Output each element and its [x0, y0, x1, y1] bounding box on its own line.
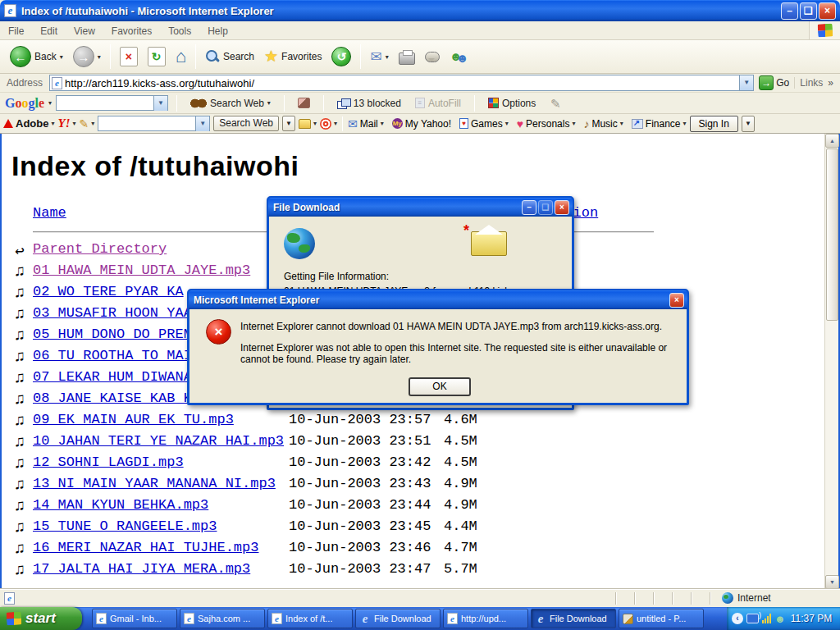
- chevron-down-icon[interactable]: ▾: [91, 120, 94, 127]
- yahoo-search-web-dropdown[interactable]: ▼: [282, 116, 295, 131]
- messenger-tray-icon[interactable]: ☻: [774, 613, 786, 625]
- file-link[interactable]: 06 TU ROOTHA TO MAI: [33, 348, 192, 363]
- scroll-down-button[interactable]: ▼: [825, 575, 839, 589]
- google-logo[interactable]: Google: [5, 96, 44, 111]
- taskbar-task[interactable]: ehttp://upd...: [443, 609, 528, 628]
- menu-item-edit[interactable]: Edit: [32, 25, 66, 37]
- network-icon[interactable]: [746, 614, 759, 623]
- autofill-button[interactable]: ≡ AutoFill: [410, 96, 466, 111]
- scroll-up-button[interactable]: ▲: [825, 134, 839, 148]
- file-link[interactable]: 03 MUSAFIR HOON YAA: [33, 305, 192, 321]
- yahoo-search-web-button[interactable]: Search Web: [213, 116, 279, 131]
- google-search-input[interactable]: [57, 98, 153, 109]
- minimize-button[interactable]: –: [522, 200, 536, 215]
- highlight-button[interactable]: ✐: [545, 94, 565, 112]
- close-button[interactable]: ×: [555, 200, 569, 215]
- adobe-menu[interactable]: Adobe ▾: [3, 117, 54, 130]
- clock[interactable]: 11:37 PM: [791, 613, 832, 624]
- search-button[interactable]: Search: [200, 48, 259, 66]
- minimize-button[interactable]: –: [781, 2, 798, 20]
- forward-button[interactable]: → ▾: [68, 44, 106, 69]
- yahoo-item-finance[interactable]: Finance▾: [632, 118, 687, 130]
- file-link[interactable]: 16 MERI NAZAR HAI TUJHE.mp3: [33, 540, 258, 555]
- file-link[interactable]: 13 NI MAIN YAAR MANANA NI.mp3: [33, 476, 276, 491]
- yahoo-item-personals[interactable]: Personals▾: [517, 117, 576, 130]
- chevron-down-icon[interactable]: ▾: [313, 120, 317, 127]
- yahoo-search-input[interactable]: [98, 118, 195, 130]
- taskbar-task[interactable]: eFile Download: [355, 609, 441, 628]
- address-input[interactable]: [62, 77, 739, 89]
- yahoo-item-music[interactable]: Music▾: [583, 117, 623, 130]
- chevron-down-icon[interactable]: ▾: [620, 120, 623, 127]
- chevron-down-icon[interactable]: ▾: [683, 120, 687, 127]
- taskbar-task[interactable]: eSajha.com ...: [180, 609, 265, 628]
- back-button[interactable]: ← Back ▾: [5, 44, 68, 69]
- vertical-scrollbar[interactable]: ▲ ▼: [824, 134, 838, 589]
- start-button[interactable]: start: [0, 607, 82, 630]
- menu-item-favorites[interactable]: Favorites: [103, 25, 160, 37]
- ok-button[interactable]: OK: [409, 377, 471, 396]
- address-dropdown-button[interactable]: ▼: [739, 75, 753, 90]
- file-link[interactable]: 10 JAHAN TERI YE NAZAR HAI.mp3: [33, 433, 284, 449]
- taskbar-task[interactable]: eFile Download: [531, 609, 616, 628]
- refresh-button[interactable]: ↻: [143, 45, 171, 68]
- history-button[interactable]: ↺: [326, 45, 356, 68]
- stop-button[interactable]: ×: [115, 45, 143, 68]
- sign-in-dropdown[interactable]: ▼: [742, 116, 755, 132]
- yahoo-pencil-menu[interactable]: ✎ ▾: [79, 117, 94, 130]
- chevron-down-icon[interactable]: ▾: [334, 120, 337, 127]
- yahoo-bookmarks-button[interactable]: ▾: [299, 119, 317, 129]
- yahoo-item-mail[interactable]: Mail▾: [348, 117, 384, 130]
- chevron-down-icon[interactable]: ▾: [48, 99, 52, 107]
- restore-button[interactable]: ❑: [800, 2, 817, 20]
- yahoo-item-my-yahoo-[interactable]: My Yahoo!: [392, 118, 451, 130]
- file-link[interactable]: 08 JANE KAISE KAB K: [33, 390, 192, 406]
- sign-in-button[interactable]: Sign In: [690, 116, 738, 132]
- file-link[interactable]: 14 MAN KYUN BEHKA.mp3: [33, 497, 208, 513]
- discuss-button[interactable]: [420, 50, 445, 64]
- chevron-down-icon[interactable]: ▾: [60, 53, 63, 61]
- google-search-web-button[interactable]: Search Web ▾: [185, 96, 276, 111]
- file-link[interactable]: 09 EK MAIN AUR EK TU.mp3: [33, 412, 234, 427]
- links-menu[interactable]: Links: [794, 77, 828, 89]
- file-link[interactable]: Parent Directory: [33, 241, 167, 257]
- links-chevron-icon[interactable]: »: [828, 77, 837, 89]
- file-link[interactable]: 05 HUM DONO DO PREM: [33, 326, 192, 342]
- close-button[interactable]: ×: [819, 2, 836, 20]
- chevron-down-icon[interactable]: ▾: [98, 53, 101, 61]
- chevron-down-icon[interactable]: ▾: [381, 120, 384, 127]
- google-news-button[interactable]: [293, 96, 315, 110]
- messenger-button[interactable]: [445, 48, 471, 66]
- chevron-down-icon[interactable]: ▾: [572, 120, 575, 127]
- popup-blocker-button[interactable]: 13 blocked: [332, 96, 406, 111]
- menu-item-help[interactable]: Help: [199, 25, 236, 37]
- chevron-down-icon[interactable]: ▾: [72, 120, 75, 127]
- favorites-button[interactable]: ★ Favorites: [259, 47, 326, 66]
- file-link[interactable]: 07 LEKAR HUM DIWANA: [33, 369, 192, 385]
- google-search-dropdown[interactable]: ▼: [153, 96, 167, 111]
- name-column-header[interactable]: Name: [33, 205, 66, 221]
- home-button[interactable]: ⌂: [171, 45, 191, 68]
- file-link[interactable]: 02 WO TERE PYAR KA: [33, 284, 184, 299]
- yahoo-target-button[interactable]: ▾: [320, 118, 337, 130]
- menu-item-view[interactable]: View: [66, 25, 103, 37]
- yahoo-item-games[interactable]: Games▾: [459, 118, 509, 130]
- menu-item-tools[interactable]: Tools: [160, 25, 199, 37]
- taskbar-task[interactable]: untitled - P...: [619, 609, 704, 628]
- yahoo-logo-menu[interactable]: Y! ▾: [57, 116, 75, 130]
- tray-chevron-icon[interactable]: ‹: [732, 613, 743, 624]
- yahoo-search-dropdown[interactable]: ▼: [195, 116, 209, 131]
- file-link[interactable]: 12 SOHNI LAGDI.mp3: [33, 454, 184, 470]
- signal-bars-icon[interactable]: [762, 614, 771, 623]
- chevron-down-icon[interactable]: ▾: [386, 53, 389, 61]
- print-button[interactable]: [394, 48, 420, 66]
- chevron-down-icon[interactable]: ▾: [51, 120, 54, 127]
- file-link[interactable]: 17 JALTA HAI JIYA MERA.mp3: [33, 561, 250, 577]
- options-button[interactable]: Options: [483, 96, 541, 111]
- file-link[interactable]: 15 TUNE O RANGEELE.mp3: [33, 518, 217, 534]
- chevron-down-icon[interactable]: ▾: [505, 120, 509, 127]
- chevron-down-icon[interactable]: ▾: [267, 99, 271, 107]
- menu-item-file[interactable]: File: [0, 25, 32, 37]
- scrollbar-thumb[interactable]: [826, 148, 838, 321]
- mail-button[interactable]: ✉ ▾: [365, 47, 393, 67]
